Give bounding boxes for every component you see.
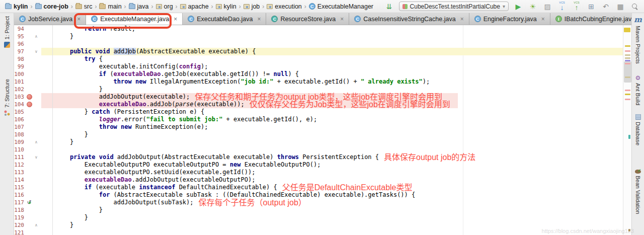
window-icon[interactable]: ▦ [615, 2, 625, 12]
fold-end-icon[interactable]: ∧ [35, 34, 38, 39]
breadcrumb-item[interactable]: kylin [4, 3, 29, 11]
fold-marker-column[interactable]: ∨ [33, 49, 39, 54]
breadcrumb-item[interactable]: CExecutableManager [308, 3, 374, 11]
breadcrumb-item[interactable]: apache [179, 3, 210, 11]
breadcrumb-item[interactable]: src [74, 3, 94, 11]
code-line[interactable]: 112 ExecutableOutputPO executableOutputP… [14, 161, 623, 169]
gutter-icon-column[interactable] [25, 102, 33, 107]
fold-end-icon[interactable]: ∧ [35, 223, 38, 227]
code-line[interactable]: 111∨ private void addJobOutput(AbstractE… [14, 153, 623, 161]
error-stripe-mark[interactable] [625, 76, 630, 78]
error-stripe-mark[interactable] [625, 90, 630, 91]
error-stripe-mark[interactable] [625, 99, 630, 100]
code-line[interactable]: 103 addJobOutput(executable);保存父任务和期子任务为… [14, 93, 623, 101]
undo-icon[interactable]: ↶ [601, 2, 611, 12]
error-stripe-mark[interactable] [625, 54, 630, 56]
code-line[interactable]: 96 [14, 40, 623, 48]
editor-tab[interactable]: IIBatchCubingEngine.java× [550, 13, 644, 25]
code-line[interactable]: 104 executableDao.addJob(parse(executabl… [14, 101, 623, 108]
scrollbar-thumb[interactable] [624, 61, 631, 83]
tab-close-icon[interactable]: × [257, 16, 261, 23]
tab-close-icon[interactable]: × [460, 16, 464, 23]
code-line[interactable]: 110 [14, 146, 623, 153]
editor-tab[interactable]: CResourceStore.java× [266, 13, 349, 25]
gutter-icon-column[interactable] [25, 94, 33, 100]
error-stripe-mark[interactable] [625, 45, 630, 47]
code-line[interactable]: 99 executable.initConfig(config); [14, 63, 623, 70]
profiler-icon[interactable]: ▨ [542, 2, 552, 12]
error-stripe-mark[interactable] [625, 63, 630, 64]
code-line[interactable]: 120∧ } [14, 221, 623, 229]
editor-tab[interactable]: CExecutableManager.java× [86, 13, 183, 25]
tool-window-button-maven-projects[interactable]: mMaven Projects [634, 16, 642, 64]
vcs-commit-icon[interactable]: VCS↑ [572, 2, 582, 12]
tab-close-icon[interactable]: × [541, 16, 545, 23]
editor-tab[interactable]: CJobService.java× [14, 13, 86, 25]
breakpoint-icon[interactable] [27, 94, 32, 100]
breakpoint-icon[interactable] [27, 102, 32, 107]
error-stripe-mark[interactable] [625, 50, 630, 52]
code-line[interactable]: 116 for (AbstractExecutable subTask : ((… [14, 191, 623, 199]
editor-tab[interactable]: CEngineFactory.java× [469, 13, 550, 25]
coverage-icon[interactable]: ☀ [528, 2, 538, 12]
fold-marker-column[interactable]: ∧ [33, 140, 39, 144]
code-line[interactable]: 121 [14, 229, 623, 235]
code-line[interactable]: 106 logger.error("fail to submit job:" +… [14, 116, 623, 123]
fold-marker-column[interactable]: ∧ [33, 223, 39, 227]
tool-window-button-ant-build[interactable]: ⚙Ant Build [635, 75, 641, 105]
bytecode-icon[interactable]: ⇊ [384, 2, 394, 12]
tool-window-button-database[interactable]: Database [635, 114, 641, 145]
code-line[interactable]: 107 throw new RuntimeException(e); [14, 123, 623, 131]
code-line[interactable]: 113 executableOutputPO.setUuid(executabl… [14, 169, 623, 176]
error-stripe-mark[interactable] [624, 28, 630, 32]
code-line[interactable]: 105 } catch (PersistentException e) { [14, 108, 623, 116]
breadcrumb-item[interactable]: main [98, 3, 122, 11]
fold-expanded-icon[interactable]: ∨ [35, 155, 38, 160]
code-line[interactable]: 118 } [14, 206, 623, 214]
fold-expanded-icon[interactable]: ∨ [35, 49, 38, 54]
code-editor[interactable]: 94 return result;95∧ }9697∨ public void … [14, 25, 623, 235]
code-line[interactable]: 94 return result; [14, 25, 623, 33]
error-stripe-mark[interactable] [625, 57, 630, 59]
fold-end-icon[interactable]: ∧ [35, 140, 38, 144]
vcs-update-icon[interactable]: VCS↓ [557, 2, 567, 12]
code-line[interactable]: 108 } [14, 131, 623, 138]
error-stripe-mark[interactable] [625, 60, 630, 61]
editor-tab[interactable]: CExecutableDao.java× [183, 13, 266, 25]
tool-window-button-7-structure[interactable]: 7: Structure [4, 79, 10, 116]
error-stripe[interactable] [623, 25, 631, 235]
error-stripe-mark[interactable] [628, 135, 630, 139]
run-button[interactable]: ▶ [513, 2, 523, 12]
breadcrumb-item[interactable]: kylin [215, 3, 237, 11]
code-line[interactable]: 97∨ public void addJob(AbstractExecutabl… [14, 48, 623, 55]
code-line[interactable]: 119 } [14, 214, 623, 221]
code-token [55, 153, 70, 161]
editor-tab[interactable]: CCaseInsensitiveStringCache.java× [349, 13, 469, 25]
breadcrumb-item[interactable]: java [128, 3, 150, 11]
tab-close-icon[interactable]: × [174, 16, 177, 23]
tab-close-icon[interactable]: × [77, 16, 80, 23]
code-line[interactable]: 114 executableDao.addJobOutput(executabl… [14, 176, 623, 184]
code-line[interactable]: 101 throw new IllegalArgumentException("… [14, 78, 623, 86]
breadcrumb-item[interactable]: execution [266, 3, 303, 11]
changelist-icon[interactable]: ⊞ [586, 2, 596, 12]
breadcrumb-item[interactable]: job [243, 3, 261, 11]
code-line[interactable]: 95∧ } [14, 33, 623, 40]
code-line[interactable]: 102 } [14, 86, 623, 93]
search-icon[interactable] [630, 2, 640, 12]
code-line[interactable]: 100 if (executableDao.getJob(executable.… [14, 70, 623, 78]
run-configuration-select[interactable]: CubeDescTest.testInitPartialCube ▾ [399, 2, 509, 11]
error-stripe-mark[interactable] [625, 94, 630, 95]
breadcrumb-item[interactable]: core-job [34, 3, 69, 11]
tool-window-button-bean-validation[interactable]: Bean Validation [635, 170, 641, 214]
fold-marker-column[interactable]: ∨ [33, 155, 39, 160]
code-line[interactable]: 109∧ } [14, 138, 623, 146]
code-line[interactable]: 98 try { [14, 55, 623, 63]
fold-marker-column[interactable]: ∧ [33, 34, 39, 39]
code-line[interactable]: 115 if (executable instanceof DefaultCha… [14, 184, 623, 191]
code-line[interactable]: 117↺ addJobOutput(subTask);保存每个子任务（outpu… [14, 199, 623, 206]
gutter-icon-column[interactable]: ↺ [25, 200, 33, 205]
tab-close-icon[interactable]: × [340, 16, 344, 23]
tool-window-button-1-project[interactable]: 1: Project [4, 16, 10, 48]
breadcrumb-item[interactable]: org [155, 3, 174, 11]
